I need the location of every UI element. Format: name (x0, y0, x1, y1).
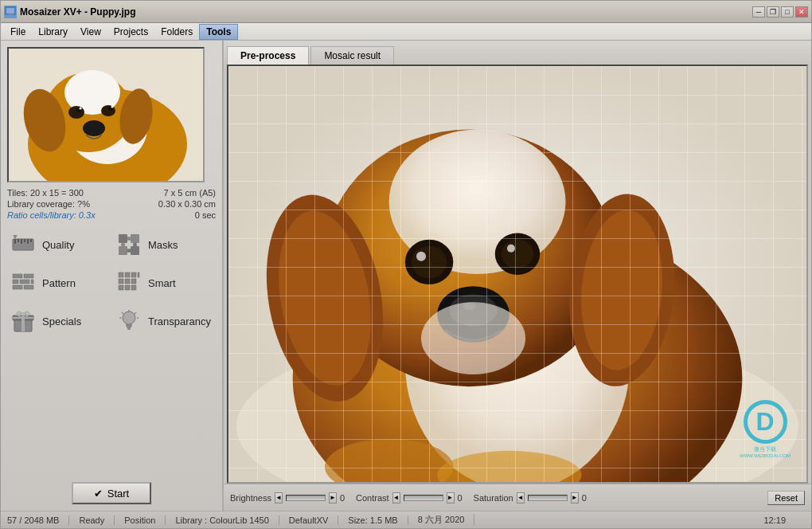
contrast-right-arrow[interactable]: ► (447, 492, 455, 504)
svg-point-57 (123, 312, 135, 324)
svg-rect-34 (24, 274, 33, 278)
menu-view[interactable]: View (74, 25, 107, 39)
svg-point-31 (133, 243, 137, 247)
info-tiles-row: Tiles: 20 x 15 = 300 7 x 5 cm (A5) (7, 188, 216, 198)
mosaic-image: D 微当下载 WWW.WEIBODAI.COM (228, 66, 806, 482)
contrast-label: Contrast (356, 493, 389, 503)
svg-rect-45 (125, 279, 130, 284)
svg-rect-18 (14, 239, 16, 244)
svg-rect-37 (31, 280, 33, 284)
svg-line-62 (135, 312, 136, 314)
brightness-label: Brightness (230, 493, 271, 503)
info-ratio-row: Ratio cells/library: 0.3x 0 sec (7, 210, 216, 220)
status-profile: DefaultXV (289, 515, 339, 525)
specials-label: Specials (42, 315, 81, 327)
menu-folders[interactable]: Folders (154, 25, 199, 39)
svg-point-16 (83, 120, 105, 136)
reset-button[interactable]: Reset (767, 491, 805, 505)
menu-file[interactable]: File (4, 25, 32, 39)
tabs-bar: Pre-process Mosaic result (224, 41, 811, 65)
window-title: Mosaizer XV+ - Puppy.jpg (20, 6, 135, 18)
thumbnail-image (9, 49, 203, 181)
puzzle-icon (116, 232, 142, 257)
tab-mosaic[interactable]: Mosaic result (310, 46, 394, 65)
brightness-right-arrow[interactable]: ► (329, 492, 337, 504)
svg-rect-2 (7, 14, 14, 16)
tool-pattern[interactable]: Pattern (7, 265, 110, 300)
title-controls: ─ ❐ □ ✕ (752, 6, 808, 18)
svg-point-32 (127, 249, 131, 253)
svg-rect-19 (18, 239, 19, 242)
svg-point-81 (507, 245, 515, 253)
tab-preprocess[interactable]: Pre-process (227, 46, 309, 65)
svg-rect-26 (131, 234, 139, 243)
menu-projects[interactable]: Projects (107, 25, 154, 39)
saturation-right-arrow[interactable]: ► (571, 492, 579, 504)
contrast-group: Contrast ◄ ► 0 (356, 492, 467, 504)
svg-rect-60 (127, 328, 131, 330)
svg-rect-39 (24, 285, 33, 289)
tool-quality[interactable]: Quality (7, 227, 110, 262)
svg-rect-48 (125, 285, 130, 290)
close-button[interactable]: ✕ (795, 6, 808, 18)
ratio-label: Ratio cells/library: 0.3x (7, 210, 96, 220)
status-time: 12:19 (763, 515, 795, 525)
start-button-area: ✔ Start (7, 476, 216, 504)
start-button[interactable]: ✔ Start (72, 482, 151, 504)
brightness-track[interactable] (286, 495, 326, 501)
svg-point-56 (25, 312, 29, 316)
svg-line-63 (122, 312, 123, 314)
menu-bar: File Library View Projects Folders Tools (1, 23, 811, 41)
pattern-label: Pattern (42, 277, 76, 289)
saturation-value: 0 (582, 493, 591, 503)
tool-smart[interactable]: Smart (113, 265, 216, 300)
restore-button[interactable]: ❐ (767, 6, 779, 18)
title-bar: Mosaizer XV+ - Puppy.jpg ─ ❐ □ ✕ (1, 1, 811, 23)
svg-point-78 (416, 252, 426, 261)
tiles-label: Tiles: 20 x 15 = 300 (7, 188, 84, 198)
svg-rect-42 (131, 272, 136, 277)
svg-rect-40 (119, 272, 123, 277)
status-memory: 57 / 2048 MB (7, 515, 69, 525)
tools-grid: Quality (7, 227, 216, 339)
tool-specials[interactable]: Specials (7, 304, 110, 339)
tool-transparency[interactable]: Transparancy (113, 304, 216, 339)
contrast-left-arrow[interactable]: ◄ (392, 492, 400, 504)
svg-rect-20 (21, 239, 22, 244)
coverage-label: Library coverage: ?% (7, 199, 90, 209)
menu-tools[interactable]: Tools (199, 24, 238, 40)
quality-label: Quality (42, 239, 74, 251)
svg-point-55 (18, 312, 21, 316)
info-coverage-row: Library coverage: ?% 0.30 x 0.30 cm (7, 199, 216, 209)
svg-rect-44 (119, 279, 123, 284)
svg-rect-35 (13, 280, 18, 284)
menu-library[interactable]: Library (32, 25, 74, 39)
time-value: 0 sec (195, 210, 216, 220)
saturation-track[interactable] (528, 495, 568, 501)
size-value: 7 x 5 cm (A5) (164, 188, 216, 198)
watermark: D 微当下载 WWW.WEIBODAI.COM (740, 400, 791, 458)
svg-point-10 (68, 106, 84, 119)
transparency-label: Transparancy (148, 315, 211, 327)
svg-rect-47 (119, 285, 123, 290)
minimize-button[interactable]: ─ (752, 6, 765, 18)
svg-point-80 (502, 240, 533, 268)
svg-rect-23 (30, 239, 32, 242)
thumbnail-box (7, 47, 205, 182)
svg-rect-41 (125, 272, 130, 277)
svg-rect-21 (24, 239, 25, 242)
maximize-button[interactable]: □ (781, 6, 794, 18)
svg-rect-33 (13, 274, 22, 278)
svg-rect-25 (119, 234, 127, 243)
bulb-icon (116, 308, 142, 334)
masks-label: Masks (148, 239, 178, 251)
svg-rect-59 (127, 327, 131, 328)
brightness-left-arrow[interactable]: ◄ (275, 492, 283, 504)
svg-rect-28 (131, 246, 139, 255)
gift-icon (10, 308, 36, 334)
svg-rect-22 (27, 239, 29, 244)
contrast-track[interactable] (404, 495, 443, 501)
saturation-left-arrow[interactable]: ◄ (517, 492, 525, 504)
tool-masks[interactable]: Masks (113, 227, 216, 262)
brightness-value: 0 (340, 493, 349, 503)
